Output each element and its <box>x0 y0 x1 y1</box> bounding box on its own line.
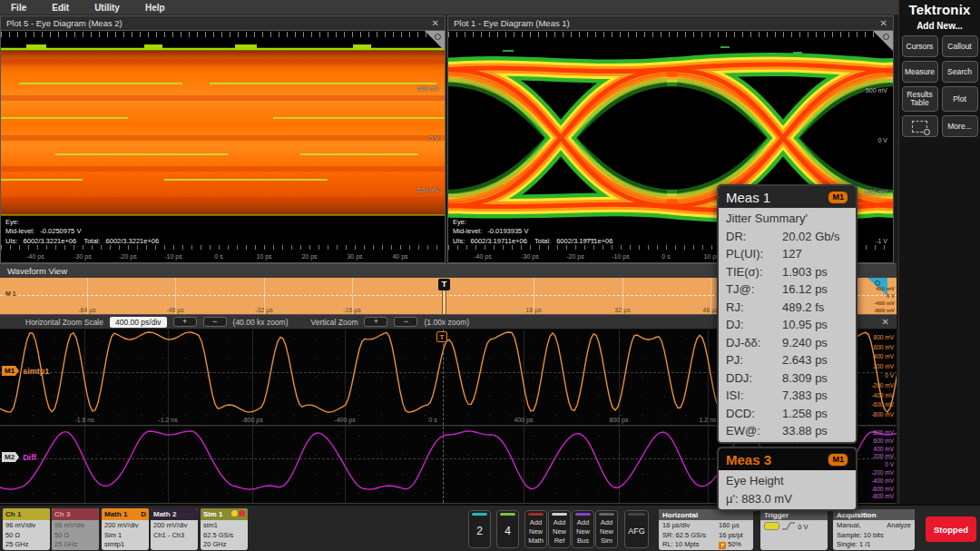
value: 1.258 ps <box>782 405 848 423</box>
channel-badge-ch3[interactable]: Ch 3 96 mV/div 50 Ω 25 GHz <box>52 508 99 550</box>
overview-mini-scale: 400 mV0 V-400 mV-800 mV <box>874 285 895 314</box>
item: -1.2 ns <box>158 417 177 423</box>
zoom-view-close-icon[interactable]: ✕ <box>882 317 889 327</box>
h-zoom-minus-button[interactable]: − <box>203 317 227 327</box>
cursors-button[interactable]: Cursors <box>902 35 938 57</box>
item: 600 mV <box>871 343 894 353</box>
plot5-canvas[interactable]: Eye: Mid-level: -0.0250975 V UIs: 6002/3… <box>1 31 445 262</box>
add-new-sim-button[interactable]: AddNewSim <box>595 510 618 548</box>
meas3-popup[interactable]: Meas 3 M1 Eye Height µ': 883.0 mV <box>717 447 858 511</box>
callout-button[interactable]: Callout <box>942 35 978 57</box>
add-new-bus-button[interactable]: AddNewBus <box>572 510 594 548</box>
channel-badge-math1[interactable]: Math 1 D 200 mV/div Sim 1 simtp1 <box>102 508 149 550</box>
label: DJ: <box>726 316 782 334</box>
channel-badge-ch1[interactable]: Ch 1 96 mV/div 50 Ω 25 GHz <box>3 508 50 550</box>
menu-file[interactable]: File <box>11 3 26 13</box>
ch3-scale: 96 mV/div <box>54 521 96 531</box>
v-zoom-plus-button[interactable]: + <box>364 317 387 327</box>
label: DCD: <box>726 405 782 423</box>
item: 30 ps <box>347 253 362 260</box>
measurement-row: RJ:489.2 fs <box>726 299 848 317</box>
menu-utility[interactable]: Utility <box>94 3 120 13</box>
measurement-row: PL(UI):127 <box>726 245 848 263</box>
v-zoom-minus-button[interactable]: − <box>394 317 417 327</box>
math1-source: Sim 1 <box>104 531 146 541</box>
item: -600 mV <box>871 486 894 494</box>
plot1-title-bar[interactable]: Plot 1 - Eye Diagram (Meas 1) ✕ <box>448 16 893 31</box>
acquisition-panel[interactable]: Acquisition Manual, Analyze Sample: 10 b… <box>833 509 915 550</box>
ch1-impedance: 50 Ω <box>5 531 47 541</box>
sim1-samplerate: 62.5 GS/s <box>203 531 245 541</box>
value: 2.643 ps <box>782 351 848 369</box>
meas3-popup-badge: M1 <box>828 453 848 467</box>
add-new-math-button[interactable]: AddNewMath <box>524 510 547 548</box>
oscilloscope-screen: File Edit Utility Help Plot 5 - Eye Diag… <box>0 0 980 551</box>
item: -16 µs <box>343 307 361 313</box>
v-zoom-factor: (1.00x zoom) <box>424 318 469 327</box>
plot5-eye-label: Eye: <box>5 218 19 226</box>
horizontal-panel[interactable]: Horizontal 16 µs/div160 µs SR: 62.5 GS/s… <box>659 509 753 550</box>
value: 7.383 ps <box>782 387 848 405</box>
m1-source-tag[interactable]: M1 simtp1 <box>2 366 49 376</box>
item: 800 ps <box>609 417 628 423</box>
item: -400 ps <box>334 417 355 423</box>
m2-source-tag[interactable]: M2 Diff <box>2 452 36 462</box>
math1-scale: 200 mV/div <box>104 521 146 531</box>
plot-button[interactable]: Plot <box>942 86 978 112</box>
wave-button-2[interactable]: 2 <box>468 510 491 548</box>
trigger-level: 0 V <box>798 523 808 531</box>
afg-button[interactable]: AFG <box>624 510 649 548</box>
label: PJ: <box>726 351 782 369</box>
wave-button-4[interactable]: 4 <box>496 510 519 548</box>
overview-trigger-pole <box>442 290 446 314</box>
menu-bar: File Edit Utility Help <box>0 0 980 15</box>
measurement-row: DR:20.02 Gb/s <box>726 228 848 246</box>
m1-trigger-marker[interactable]: T <box>436 331 447 342</box>
overview-trigger-marker[interactable]: T <box>438 279 450 290</box>
trigger-source-icon <box>764 522 779 530</box>
measurement-row: TJ@:16.12 ps <box>726 280 848 299</box>
horizontal-zoom-scale-input[interactable]: 400.00 ps/div <box>110 317 167 328</box>
trigger-title: Trigger <box>764 511 789 519</box>
measurement-row: DCD:1.258 ps <box>726 405 848 423</box>
item: 0 V <box>874 292 895 300</box>
add-new-ref-button[interactable]: AddNewRef <box>548 510 571 548</box>
item: 16 µs <box>525 307 541 313</box>
meas3-popup-header: Meas 3 M1 <box>719 448 856 470</box>
menu-edit[interactable]: Edit <box>52 3 69 13</box>
sim1-bandwidth: 20 GHz <box>203 540 245 550</box>
results-table-button[interactable]: Results Table <box>902 86 938 112</box>
plot5-close-icon[interactable]: ✕ <box>432 18 439 28</box>
acq-mode: Manual, <box>837 521 861 531</box>
channel-badge-math2[interactable]: Math 2 200 mV/div Ch1 - Ch3 <box>151 508 198 550</box>
math1-name: Math 1 <box>104 510 127 518</box>
label: PL(UI): <box>726 245 782 263</box>
meas1-popup[interactable]: Meas 1 M1 Jitter Summary' DR:20.02 Gb/sP… <box>717 184 858 444</box>
right-sidebar: Tektronix Add New... Cursors Callout Mea… <box>898 0 980 551</box>
plot5-title-bar[interactable]: Plot 5 - Eye Diagram (Meas 2) ✕ <box>1 16 445 31</box>
measure-button[interactable]: Measure <box>902 61 938 83</box>
meas3-name: Eye Height <box>726 472 848 490</box>
plot1-close-icon[interactable]: ✕ <box>880 18 887 28</box>
value: 33.88 ps <box>782 422 848 440</box>
item: Add <box>573 518 593 527</box>
rising-edge-icon <box>781 521 796 531</box>
sidebar-buttons: Cursors Callout Measure Search Results T… <box>902 35 977 137</box>
trigger-panel[interactable]: Trigger 0 V <box>760 509 828 550</box>
channel-badge-sim1[interactable]: Sim 1 sim1 62.5 GS/s 20 GHz <box>201 508 248 550</box>
value: 127 <box>782 245 848 263</box>
stopped-button[interactable]: Stopped <box>926 517 976 542</box>
plot5-mid-level: Mid-level: -0.0250975 V <box>5 227 81 235</box>
meas3-popup-body: Eye Height µ': 883.0 mV <box>719 470 856 509</box>
zoom-select-button[interactable] <box>902 115 938 137</box>
h-samplerate: SR: 62.5 GS/s <box>662 531 719 541</box>
ch1-name: Ch 1 <box>5 510 21 518</box>
item: 200 mV <box>871 362 894 372</box>
more-button[interactable]: More... <box>942 115 978 137</box>
search-button[interactable]: Search <box>942 61 978 83</box>
plot5-uis: UIs: 6002/3.3221e+06 Total: 6002/3.3221e… <box>5 237 159 245</box>
menu-help[interactable]: Help <box>145 3 165 13</box>
horizontal-zoom-scale-label: Horizontal Zoom Scale <box>25 318 103 327</box>
h-zoom-plus-button[interactable]: + <box>173 317 197 327</box>
h-recordlength: RL: 10 Mpts <box>662 540 719 550</box>
